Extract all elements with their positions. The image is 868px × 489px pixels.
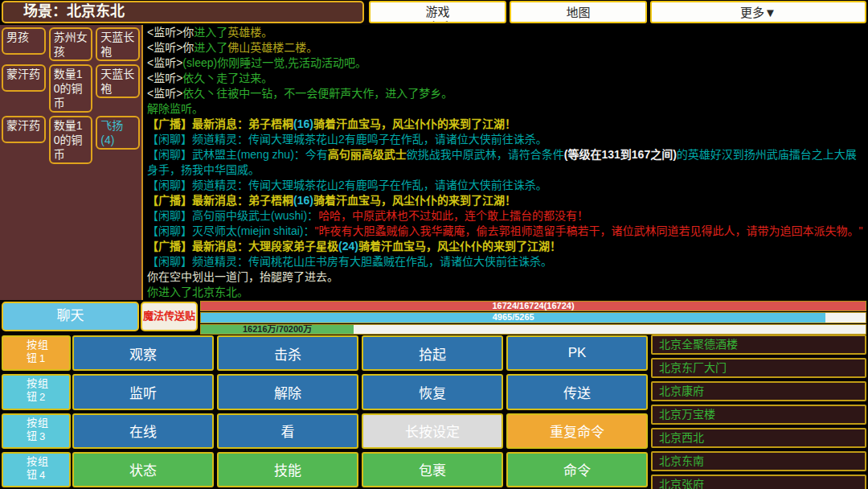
command-button[interactable]: 拾起 [362, 335, 503, 371]
room-object-item[interactable]: 苏州女孩 [49, 27, 93, 61]
button-group-tabs: 按钮组1按钮组2按钮组3按钮组4 [2, 335, 71, 487]
chat-log[interactable]: <监听>你进入了英雄楼。<监听>你进入了佛山英雄楼二楼。<监听>(sleep)你… [143, 25, 868, 300]
chat-line: 【广播】最新消息：弟子梧桐(16)骑着汗血宝马，风尘仆仆的来到了江湖！ [147, 117, 864, 132]
chat-line: <监听>你进入了英雄楼。 [147, 25, 864, 40]
scene-title: 场景：北京东北 [2, 1, 364, 23]
chat-line: 【广播】最新消息：弟子梧桐(16)骑着汗血宝马，风尘仆仆的来到了江湖！ [147, 193, 864, 208]
button-group-tab-2[interactable]: 按钮组2 [2, 374, 71, 409]
exp-bar-fill: 16216万/70200万 [201, 325, 354, 334]
room-object-item[interactable]: 天蓝长袍 [96, 27, 140, 61]
mp-bar: 4965/5265 [200, 312, 866, 323]
magic-teleport-button[interactable]: 魔法传送贴 [141, 302, 198, 331]
command-button[interactable]: 观察 [72, 335, 214, 371]
chat-line: 解除监听。 [147, 101, 864, 117]
location-exit-button[interactable]: 北京西北 [651, 428, 866, 448]
game-menu-label: 游戏 [371, 2, 505, 20]
chat-tab-button[interactable]: 聊天 [2, 302, 139, 331]
hp-bar: 16724/16724(16724) [200, 301, 866, 311]
chat-line: <监听>你进入了佛山英雄楼二楼。 [147, 40, 864, 55]
location-exit-button[interactable]: 北京康府 [651, 381, 866, 401]
game-menu-button[interactable]: 游戏 助手 [369, 1, 506, 23]
command-button[interactable]: 长按设定 [362, 413, 503, 449]
location-exit-button[interactable]: 北京全聚德酒楼 [651, 335, 866, 355]
more-menu-button[interactable]: 更多▼ [650, 1, 866, 23]
button-group-tab-4[interactable]: 按钮组4 [2, 452, 71, 487]
game-menu-sublabel: 助手 [371, 20, 505, 23]
command-button[interactable]: 在线 [72, 413, 214, 449]
command-button[interactable]: 重复命令 [506, 413, 648, 449]
command-button[interactable]: 看 [217, 413, 358, 449]
command-button[interactable]: 解除 [217, 374, 358, 409]
map-menu-button[interactable]: 地图 [510, 1, 647, 23]
room-object-item[interactable]: 数量10的铜币 [49, 116, 93, 164]
mp-bar-value: 4965/5265 [493, 313, 534, 322]
chat-line: 【闲聊】武林盟主(meng zhu)：今有高句丽高级武士欲挑战我中原武林，请符合… [147, 147, 864, 178]
chat-line: 【闲聊】频道精灵：传闻大理城茶花山2有鹿鸣子在作乱，请诸位大侠前往诛杀。 [147, 178, 864, 193]
chat-line: <监听>依久丶走了过来。 [147, 71, 864, 86]
room-object-item[interactable]: 蒙汗药 [2, 64, 46, 92]
command-button[interactable]: 传送 [506, 374, 648, 409]
exp-bar: 16216万/70200万 [200, 324, 866, 335]
command-button[interactable]: 命令 [506, 452, 648, 487]
chat-line: <监听>依久丶往被中一钻，不一会便鼾声大作，进入了梦乡。 [147, 86, 864, 101]
room-object-item[interactable]: 蒙汗药 [2, 116, 46, 143]
room-object-item[interactable]: 男孩 [2, 27, 46, 55]
chat-line: 【闲聊】频道精灵：传闻桃花山庄书房有大胆蟊贼在作乱，请诸位大侠前往诛杀。 [147, 254, 864, 269]
chat-line: 【广播】最新消息：大理段家弟子星极(24)骑着汗血宝马，风尘仆仆的来到了江湖！ [147, 239, 864, 254]
room-object-item[interactable]: 飞扬(4) [96, 116, 140, 150]
button-group-tab-label: 按钮组3 [25, 417, 47, 447]
top-bar: 场景：北京东北 游戏 助手 地图 更多▼ [0, 0, 868, 25]
command-button[interactable]: 恢复 [362, 374, 503, 409]
location-exit-button[interactable]: 北京万宝楼 [651, 405, 866, 425]
command-button[interactable]: 技能 [217, 452, 358, 487]
command-button[interactable]: 击杀 [217, 335, 358, 371]
location-exit-button[interactable]: 北京张府 [651, 475, 866, 489]
command-button-grid: 观察击杀拾起PK监听解除恢复传送在线看长按设定重复命令状态技能包裹命令 [72, 335, 648, 487]
mp-bar-fill: 4965/5265 [201, 313, 825, 322]
room-object-item[interactable]: 天蓝长袍 [96, 64, 140, 98]
button-group-tab-label: 按钮组2 [25, 378, 47, 408]
room-object-item[interactable]: 数量10的铜币 [49, 64, 93, 113]
location-exit-button[interactable]: 北京东南 [651, 451, 866, 471]
hp-bar-value: 16724/16724(16724) [492, 302, 574, 310]
exp-bar-value: 16216万/70200万 [243, 325, 312, 334]
chat-line: <监听>(sleep)你刚睡过一觉,先活动活动吧。 [147, 55, 864, 71]
button-group-tab-label: 按钮组1 [25, 339, 47, 369]
button-group-tab-1[interactable]: 按钮组1 [2, 335, 71, 371]
command-button[interactable]: 包裹 [362, 452, 503, 487]
command-button[interactable]: 状态 [72, 452, 214, 487]
location-exit-button[interactable]: 北京东厂大门 [651, 358, 866, 378]
command-button[interactable]: 监听 [72, 374, 214, 409]
status-bars: 16724/16724(16724)4965/526516216万/70200万 [200, 301, 866, 335]
command-button[interactable]: PK [506, 335, 648, 371]
chat-line: 【闲聊】灭尽师太(miejin shitai)："昨夜有大胆蟊贼偷入我华藏庵，偷… [147, 224, 864, 239]
location-exit-list: 北京全聚德酒楼北京东厂大门北京康府北京万宝楼北京西北北京东南北京张府 [651, 335, 866, 489]
chat-line: 你进入了北京东北。 [147, 285, 864, 300]
chat-line: 【闲聊】高句丽中级武士(wushi)：哈哈，中原武林也不过如此，连个敢上擂台的都… [147, 208, 864, 224]
chat-line: 【闲聊】频道精灵：传闻大理城茶花山2有鹿鸣子在作乱，请诸位大侠前往诛杀。 [147, 132, 864, 147]
room-objects-panel: 男孩苏州女孩天蓝长袍蒙汗药数量10的铜币天蓝长袍蒙汗药数量10的铜币飞扬(4) [0, 25, 143, 300]
hp-bar-fill: 16724/16724(16724) [201, 302, 866, 310]
chat-line: 你在空中划出一道门，抬腿跨了进去。 [147, 269, 864, 285]
button-group-tab-label: 按钮组4 [25, 456, 47, 486]
button-group-tab-3[interactable]: 按钮组3 [2, 413, 71, 449]
